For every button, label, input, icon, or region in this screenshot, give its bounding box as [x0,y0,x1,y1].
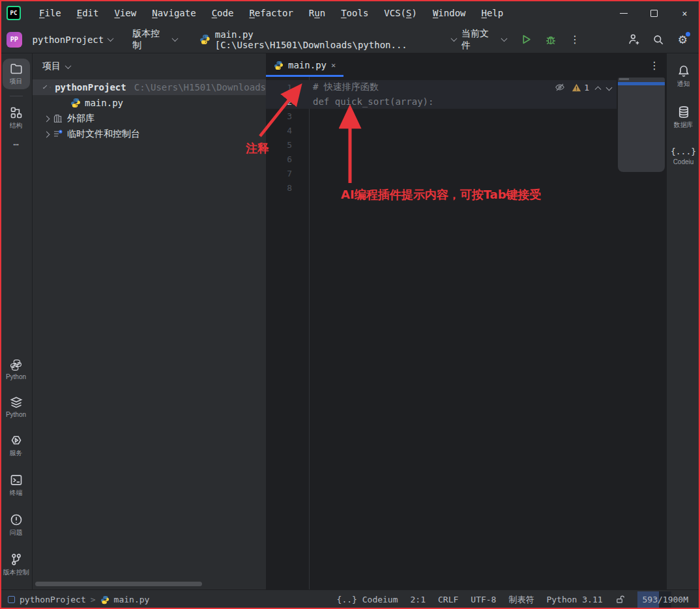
horizontal-scrollbar[interactable] [35,582,202,586]
more-tool-windows-icon[interactable]: ⋯ [13,139,19,150]
previous-problem-icon[interactable] [595,86,602,92]
menu-view[interactable]: View [108,6,143,20]
run-configuration[interactable]: main.py [C:\Users\H1501\Downloads\python… [199,29,456,50]
line-separator[interactable]: CRLF [438,595,458,604]
tool-window-database[interactable]: 数据库 [670,102,697,133]
main-toolbar: PP pythonProject 版本控制 main.py [C:\Users\… [0,26,700,53]
tree-row-scratches[interactable]: 临时文件和控制台 [33,126,266,142]
breadcrumb-project[interactable]: pythonProject [20,595,86,604]
tab-main-py[interactable]: main.py ✕ [266,53,343,77]
structure-icon [10,106,23,119]
menu-tools[interactable]: Tools [334,6,375,20]
tool-window-terminal-label: 终端 [10,489,23,498]
settings-icon[interactable]: ⚙ [673,30,692,50]
line-number: 4 [266,126,309,135]
memory-indicator[interactable]: 593/1900M [637,591,693,608]
tool-window-version-control-label: 版本控制 [3,568,29,577]
python-file-icon [274,61,284,70]
tool-window-python-packages[interactable]: Python [3,393,30,421]
codeium-braces-icon: {...} [671,147,696,156]
tool-window-project[interactable]: 项目 [3,59,30,89]
chevron-expanded-icon [43,84,47,88]
python-interpreter[interactable]: Python 3.11 [546,595,602,604]
minimize-icon[interactable] [608,0,639,26]
warning-count: 1 [584,83,589,92]
menu-run[interactable]: Run [302,6,332,20]
scroll-position-indicator[interactable] [618,82,665,85]
right-tool-strip: 通知 数据库 {...} Codeiu [666,53,700,589]
inspection-widget: 1 [555,80,611,94]
python-console-icon [10,359,22,371]
right-strip-group: 通知 数据库 {...} Codeiu [670,61,697,178]
search-everywhere-icon[interactable] [649,30,667,50]
tree-row-project-root[interactable]: pythonProject C:\Users\H1501\Downloads [33,79,266,95]
status-bar-widgets: {..} Codeium 2:1 CRLF UTF-8 制表符 Python 3… [337,591,693,608]
vcs-widget[interactable]: 版本控制 [127,25,182,54]
tool-window-codeium-label: Codeiu [673,158,694,165]
highlighting-off-eye-icon[interactable] [555,82,565,92]
python-file-icon [199,34,211,45]
tool-window-codeium[interactable]: {...} Codeiu [670,143,697,169]
menu-code[interactable]: Code [205,6,241,20]
breadcrumb-file[interactable]: main.py [114,595,150,604]
title-bar: PC File Edit View Navigate Code Refactor… [0,0,700,26]
menu-vcs[interactable]: VCS(S) [377,6,424,20]
menu-help[interactable]: Help [475,6,510,20]
caret-position[interactable]: 2:1 [411,595,426,604]
tool-window-version-control[interactable]: 版本控制 [3,550,30,580]
tool-window-problems-label: 问题 [10,528,23,537]
code-with-me-icon[interactable] [624,30,643,50]
codeium-status[interactable]: {..} Codeium [337,595,398,604]
services-icon [10,434,23,447]
line-number: 8 [266,183,309,193]
tab-close-icon[interactable]: ✕ [331,61,336,70]
tool-window-services[interactable]: 服务 [3,431,30,461]
maximize-icon[interactable] [639,0,669,26]
project-avatar[interactable]: PP [7,32,22,48]
external-libraries-icon [53,113,63,124]
project-panel-header[interactable]: 项目 [33,53,266,79]
code-line-4: 4 [266,123,666,137]
main-menu: File Edit View Navigate Code Refactor Ru… [33,6,510,20]
editor-body[interactable]: 1 # 快速排序函数 1 2 [266,77,666,589]
warning-icon[interactable] [572,83,581,92]
scratches-icon [53,129,63,139]
pycharm-window: PC File Edit View Navigate Code Refactor… [0,0,700,609]
tree-item-name: 临时文件和控制台 [67,128,140,140]
tool-window-notifications[interactable]: 通知 [670,61,697,92]
file-encoding[interactable]: UTF-8 [471,595,496,604]
tool-window-problems[interactable]: 问题 [3,510,30,541]
python-packages-icon [10,396,23,409]
indent-style[interactable]: 制表符 [508,594,534,606]
menu-navigate[interactable]: Navigate [145,6,202,20]
tree-row-main-py[interactable]: main.py [33,95,266,111]
tab-options-icon[interactable]: ⋮ [649,59,660,72]
chevron-down-icon [501,35,507,42]
tool-window-terminal[interactable]: 终端 [3,470,30,501]
tool-window-python-packages-label: Python [6,411,26,418]
debug-icon[interactable] [541,30,560,50]
tool-window-python-console[interactable]: Python [3,356,30,384]
project-selector[interactable]: pythonProject [27,32,119,48]
run-mode-label: 当前文件 [461,28,497,51]
problems-icon [10,513,23,526]
bell-icon [677,64,690,78]
line-number: 1 [266,83,309,92]
run-icon[interactable] [517,30,536,50]
unlocked-icon[interactable] [615,595,625,604]
chevron-down-icon [65,63,72,69]
menu-file[interactable]: File [33,6,68,20]
folder-icon [10,62,23,75]
next-problem-icon[interactable] [606,84,613,91]
line-number: 6 [266,154,309,164]
menu-edit[interactable]: Edit [70,6,106,20]
tree-row-external-libraries[interactable]: 外部库 [33,111,266,126]
close-icon[interactable]: ✕ [669,0,700,26]
editor-scroll-preview-panel [618,78,665,172]
run-mode-selector[interactable]: 当前文件 [456,25,512,54]
more-actions-icon[interactable]: ⋮ [565,30,584,50]
menu-refactor[interactable]: Refactor [242,6,299,20]
menu-window[interactable]: Window [426,6,473,20]
tool-window-structure[interactable]: 结构 [3,103,30,134]
tool-window-notifications-label: 通知 [677,79,690,89]
